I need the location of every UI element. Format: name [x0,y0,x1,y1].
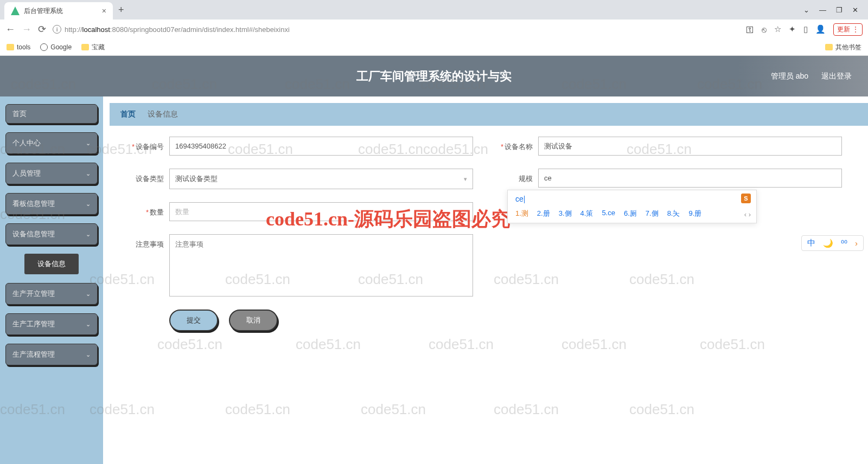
breadcrumb: 首页 设备信息 [110,103,868,126]
sidebar-item-kanban[interactable]: 看板信息管理⌄ [5,193,98,215]
address-bar: ← → ⟳ i http://localhost:8080/springboot… [0,20,868,39]
cancel-button[interactable]: 取消 [229,310,278,331]
chevron-down-icon: ▾ [464,176,467,183]
form: *设备编号 *设备名称 设备类型 测试设备类型 ▾ 规模 [110,137,868,331]
sidebar-item-prod-open[interactable]: 生产开立管理⌄ [5,283,98,305]
device-no-input[interactable] [169,137,473,156]
qty-input[interactable] [169,202,473,221]
sidebar-item-profile[interactable]: 个人中心⌄ [5,132,98,154]
close-window-icon[interactable]: ✕ [852,6,858,14]
field-device-type: 设备类型 测试设备类型 ▾ [120,169,473,189]
sogou-icon: S [741,194,751,203]
chevron-down-icon: ⌄ [86,201,91,208]
sidebar-item-staff[interactable]: 人员管理⌄ [5,163,98,184]
bookmark-other[interactable]: 其他书签 [825,43,861,52]
user-label[interactable]: 管理员 abo [771,72,808,81]
reload-button[interactable]: ⟳ [38,23,46,35]
sidebar-item-device[interactable]: 设备信息管理⌄ [5,223,98,245]
chevron-down-icon: ⌄ [86,140,91,147]
device-name-input[interactable] [538,137,842,156]
ime-candidate[interactable]: 3.侧 [559,209,572,218]
ime-candidate[interactable]: 6.厕 [624,209,637,218]
crumb-home[interactable]: 首页 [120,109,136,119]
app-header: 工厂车间管理系统的设计与实 管理员 abo 退出登录 [0,56,868,96]
bookmark-treasure[interactable]: 宝藏 [81,43,105,52]
browser-chrome: 后台管理系统 × + ⌄ — ❐ ✕ ← → ⟳ i http://localh… [0,0,868,56]
field-device-no: *设备编号 [120,137,473,156]
window-controls: ⌄ — ❐ ✕ [803,6,868,14]
panel-icon[interactable]: ▯ [803,24,808,34]
extension-icon[interactable]: ✦ [789,24,796,34]
profile-icon[interactable]: 👤 [815,24,826,34]
ime-status-bar[interactable]: 中 🌙 ⁰⁰ › [801,235,864,251]
addr-bar-right: ⚿ ⎋ ☆ ✦ ▯ 👤 更新⋮ [746,23,863,36]
sidebar-home[interactable]: 首页 [5,104,98,124]
field-device-name: *设备名称 [489,137,842,156]
minimize-icon[interactable]: — [819,6,826,14]
app-title: 工厂车间管理系统的设计与实 [356,68,512,85]
star-icon[interactable]: ☆ [774,24,781,34]
sidebar: 首页 个人中心⌄ 人员管理⌄ 看板信息管理⌄ 设备信息管理⌄ 设备信息 生产开立… [0,96,103,464]
chevron-down-icon: ⌄ [86,351,91,358]
vue-icon [11,7,20,15]
ime-typing: ce [515,195,749,203]
notes-textarea[interactable] [169,234,473,297]
field-scale: 规模 [489,169,842,189]
sidebar-sub-device-info[interactable]: 设备信息 [24,254,79,274]
ime-nav[interactable]: ‹ › [744,210,751,218]
share-icon[interactable]: ⎋ [762,25,767,34]
chevron-down-icon: ⌄ [86,170,91,177]
ime-candidate[interactable]: 2.册 [537,209,550,218]
key-icon[interactable]: ⚿ [746,25,754,34]
new-tab-button[interactable]: + [113,4,130,16]
back-button[interactable]: ← [5,24,15,35]
update-badge[interactable]: 更新⋮ [833,23,863,36]
chevron-down-icon[interactable]: ⌄ [803,6,809,14]
tab-bar: 后台管理系统 × + ⌄ — ❐ ✕ [0,0,868,20]
chevron-down-icon: ⌄ [86,291,91,298]
maximize-icon[interactable]: ❐ [836,6,843,14]
field-notes: 注意事项 [120,234,473,297]
sidebar-item-prod-process[interactable]: 生产工序管理⌄ [5,313,98,335]
ime-popup: S ce 1.测 2.册 3.侧 4.策 5.ce 6.厕 7.侧 8.夨 9.… [507,190,757,223]
header-right: 管理员 abo 退出登录 [771,72,868,81]
ime-candidate[interactable]: 7.侧 [646,209,659,218]
close-icon[interactable]: × [102,7,106,15]
ime-candidate[interactable]: 9.册 [688,209,701,218]
ime-candidate[interactable]: 4.策 [580,209,593,218]
scale-input[interactable] [538,169,842,188]
ime-candidate[interactable]: 5.ce [602,209,615,218]
sidebar-item-prod-flow[interactable]: 生产流程管理⌄ [5,344,98,365]
bookmark-google[interactable]: Google [40,43,72,51]
ime-candidate[interactable]: 8.夨 [667,209,680,218]
info-icon[interactable]: i [53,25,61,34]
submit-button[interactable]: 提交 [169,310,218,331]
ime-candidates: 1.测 2.册 3.侧 4.策 5.ce 6.厕 7.侧 8.夨 9.册 [515,209,749,218]
device-type-select[interactable]: 测试设备类型 ▾ [169,169,473,189]
ime-candidate[interactable]: 1.测 [515,209,528,218]
content: 首页 设备信息 *设备编号 *设备名称 设备类型 测试设备类型 [103,96,868,464]
tab-title: 后台管理系统 [24,7,98,16]
bookmark-bar: tools Google 宝藏 其他书签 [0,39,868,55]
url-box[interactable]: i http://localhost:8080/springbootd07er/… [53,25,739,34]
browser-tab[interactable]: 后台管理系统 × [4,2,113,20]
bookmark-tools[interactable]: tools [7,43,30,51]
crumb-current[interactable]: 设备信息 [148,109,178,119]
forward-button[interactable]: → [22,24,31,35]
field-qty: *数量 [120,202,473,221]
logout-link[interactable]: 退出登录 [821,72,852,81]
chevron-down-icon: ⌄ [86,231,91,238]
chevron-down-icon: ⌄ [86,321,91,328]
app-body: 首页 个人中心⌄ 人员管理⌄ 看板信息管理⌄ 设备信息管理⌄ 设备信息 生产开立… [0,96,868,464]
